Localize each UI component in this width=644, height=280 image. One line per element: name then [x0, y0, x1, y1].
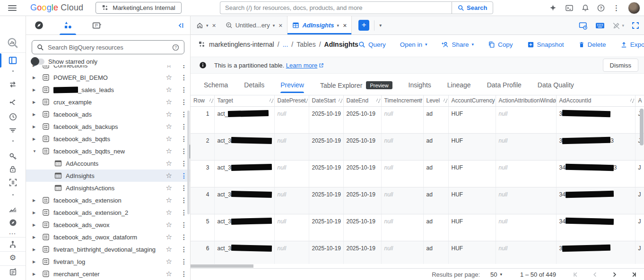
- detail-tab-schema[interactable]: Schema: [204, 81, 228, 93]
- detail-tab-data-quality[interactable]: Data Quality: [538, 81, 574, 93]
- delete-button[interactable]: Delete: [578, 41, 606, 48]
- page-size-select[interactable]: 50▾: [490, 271, 502, 278]
- new-tab-button[interactable]: +: [358, 20, 369, 31]
- tab-menu-chevron[interactable]: ▾: [337, 23, 339, 28]
- capacity-frame-icon[interactable]: [0, 178, 26, 187]
- expander-collapsed-icon[interactable]: ▶: [33, 235, 40, 239]
- star-icon[interactable]: ☆: [166, 85, 172, 94]
- editor-tab-adinsights[interactable]: AdInsights ▾ ×: [287, 16, 352, 34]
- expander-collapsed-icon[interactable]: ▶: [33, 100, 40, 104]
- data-policies-icon[interactable]: [0, 152, 26, 161]
- tree-item-merchant_center[interactable]: ▶merchant_center☆⋮: [26, 268, 190, 280]
- avatar[interactable]: [628, 2, 640, 14]
- star-icon[interactable]: ☆: [166, 233, 172, 241]
- detail-tab-details[interactable]: Details: [244, 81, 264, 93]
- expander-collapsed-icon[interactable]: ▶: [33, 65, 40, 68]
- more-actions-icon[interactable]: ⋮: [181, 147, 185, 155]
- tab-pipelines[interactable]: P: [89, 16, 104, 35]
- fullscreen-icon[interactable]: [632, 22, 639, 29]
- expander-collapsed-icon[interactable]: ▶: [33, 211, 40, 215]
- bigquery-logo-icon[interactable]: [0, 37, 26, 49]
- notifications-bell-icon[interactable]: [582, 4, 589, 12]
- tree-item-facebook_ads[interactable]: ▶facebook_ads☆⋮: [26, 108, 190, 120]
- star-icon[interactable]: ☆: [166, 245, 172, 254]
- horizontal-scrollbar-thumb[interactable]: [191, 264, 253, 268]
- show-starred-toggle[interactable]: [32, 59, 44, 65]
- column-resize-handle[interactable]: [339, 99, 342, 103]
- expander-collapsed-icon[interactable]: ▶: [33, 272, 40, 276]
- tree-item-crux_example[interactable]: ▶crux_example☆⋮: [26, 96, 190, 108]
- more-actions-icon[interactable]: ⋮: [181, 270, 185, 278]
- column-resize-handle[interactable]: [491, 99, 495, 103]
- more-actions-icon[interactable]: ⋮: [181, 172, 185, 179]
- tree-item-facebook_ads_backups[interactable]: ▶facebook_ads_backups☆⋮: [26, 120, 190, 133]
- more-actions-icon[interactable]: ⋮: [181, 196, 185, 204]
- search-help-icon[interactable]: ?: [172, 44, 179, 51]
- detail-tab-lineage[interactable]: Lineage: [447, 81, 471, 93]
- tree-item-fivetran_log[interactable]: ▶fivetran_log☆⋮: [26, 255, 190, 268]
- history-clock-icon[interactable]: [0, 113, 26, 121]
- star-icon[interactable]: ☆: [166, 110, 172, 119]
- more-actions-icon[interactable]: ⋮: [181, 135, 185, 143]
- column-resize-handle[interactable]: [418, 99, 422, 103]
- open-in-button[interactable]: Open in▾: [400, 41, 427, 48]
- more-actions-icon[interactable]: ⋮: [181, 221, 185, 229]
- more-actions-icon[interactable]: ⋮: [181, 86, 185, 93]
- main-menu-button[interactable]: [0, 4, 25, 12]
- tree-item-connections[interactable]: ▶Connections☆⋮: [26, 65, 190, 71]
- more-actions-icon[interactable]: ⋮: [181, 65, 185, 69]
- detail-tab-insights[interactable]: Insights: [409, 81, 431, 93]
- cloud-shell-icon[interactable]: [565, 4, 574, 12]
- column-resize-handle[interactable]: [551, 99, 555, 103]
- star-icon[interactable]: ☆: [166, 221, 172, 229]
- schedule-window-icon[interactable]: [579, 22, 588, 30]
- star-icon[interactable]: ☆: [166, 257, 172, 266]
- keyboard-shortcuts-icon[interactable]: [595, 22, 605, 29]
- star-icon[interactable]: ☆: [166, 65, 172, 69]
- breadcrumb-ellipsis[interactable]: ...: [283, 41, 288, 48]
- expander-collapsed-icon[interactable]: ▶: [33, 112, 40, 117]
- column-resize-handle[interactable]: [209, 99, 213, 103]
- more-actions-icon[interactable]: ⋮: [181, 209, 185, 216]
- close-tab-icon[interactable]: ×: [343, 22, 347, 29]
- tree-item-facebook_ads_extension[interactable]: ▶facebook_ads_extension☆⋮: [26, 194, 190, 206]
- tree-item-facebook_ads_owox[interactable]: ▶facebook_ads_owox☆⋮: [26, 219, 190, 231]
- dismiss-button[interactable]: Dismiss: [603, 59, 639, 72]
- detail-tab-preview[interactable]: Preview: [280, 81, 304, 93]
- star-icon[interactable]: ☆: [166, 184, 172, 192]
- snapshot-button[interactable]: Snapshot: [527, 41, 564, 48]
- column-resize-handle[interactable]: [376, 99, 380, 103]
- partner-center-icon[interactable]: [0, 240, 26, 248]
- editor-tab-untitled-query[interactable]: Untitled...ery ▾ ×: [221, 16, 287, 34]
- expander-collapsed-icon[interactable]: ▶: [33, 223, 40, 227]
- help-icon[interactable]: ?: [597, 4, 605, 12]
- tree-item-facebook_ads_bqdts_new[interactable]: ▼facebook_ads_bqdts_new☆⋮: [26, 145, 190, 157]
- scheduled-queries-icon[interactable]: [0, 126, 26, 135]
- tree-item-fivetran_birthright_devotional_staging[interactable]: ▶fivetran_birthright_devotional_staging☆…: [26, 243, 190, 255]
- more-actions-icon[interactable]: ⋮: [181, 110, 185, 118]
- global-search-input[interactable]: Search (/) for resources, docs, products…: [220, 1, 452, 14]
- data-transfers-icon[interactable]: [0, 80, 26, 89]
- release-notes-icon[interactable]: [0, 268, 26, 276]
- explorer-collapse-icon[interactable]: [177, 22, 184, 29]
- detail-tab-data-profile[interactable]: Data Profile: [487, 81, 522, 93]
- analytics-chart-icon[interactable]: [0, 205, 26, 213]
- settings-gear-icon[interactable]: ⚙: [0, 254, 26, 262]
- star-icon[interactable]: ☆: [166, 270, 172, 278]
- project-selector[interactable]: MarketingLens Internal: [96, 2, 181, 14]
- tab-menu-chevron[interactable]: ▾: [273, 23, 275, 28]
- tree-item-power_bi_demo[interactable]: ▶POWER_BI_DEMO☆⋮: [26, 71, 190, 84]
- column-resize-handle[interactable]: [630, 99, 634, 103]
- tree-item-facebook_ads_owox_dataform[interactable]: ▶facebook_ads_owox_dataform☆⋮: [26, 231, 190, 243]
- more-actions-icon[interactable]: ⋮: [181, 160, 185, 167]
- star-icon[interactable]: ☆: [166, 171, 172, 180]
- expander-collapsed-icon[interactable]: ▶: [33, 247, 40, 252]
- tree-item-_sales_leads[interactable]: ▶_sales_leads☆⋮: [26, 84, 190, 96]
- star-icon[interactable]: ☆: [166, 98, 172, 106]
- expander-expanded-icon[interactable]: ▼: [33, 149, 40, 153]
- explorer-scrollbar[interactable]: [187, 110, 190, 214]
- tree-item-adinsights[interactable]: AdInsights☆⋮: [26, 170, 190, 182]
- more-actions-icon[interactable]: ⋮: [181, 123, 185, 130]
- copy-button[interactable]: Copy: [488, 41, 513, 48]
- expander-collapsed-icon[interactable]: ▶: [33, 198, 40, 203]
